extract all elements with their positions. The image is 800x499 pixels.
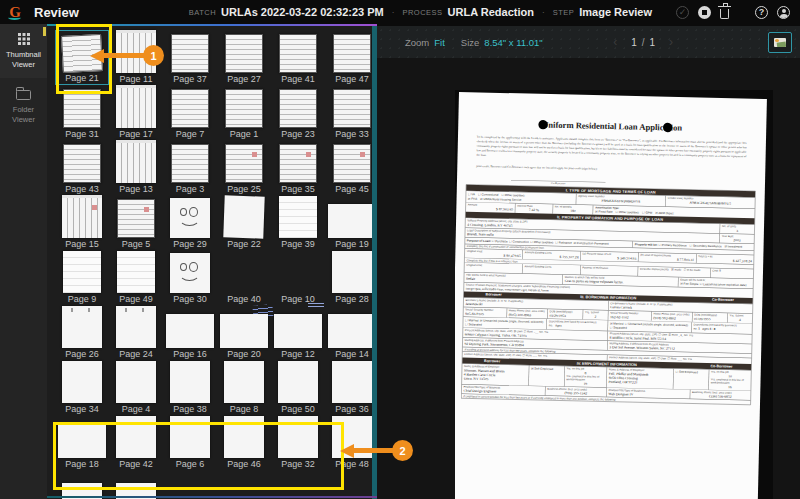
prev-page-icon[interactable]: ‹ xyxy=(613,35,617,49)
page-thumbnail[interactable] xyxy=(328,314,372,348)
thumbnail-cell[interactable]: Page 20 xyxy=(217,305,271,360)
thumbnail-cell[interactable]: Page 1 xyxy=(217,85,271,140)
page-thumbnail[interactable] xyxy=(116,85,156,128)
page-thumbnail[interactable] xyxy=(63,144,101,183)
stop-record-icon[interactable] xyxy=(698,6,711,19)
thumbnail-cell[interactable]: Page 17 xyxy=(109,85,163,140)
thumbnail-cell[interactable]: Page 28 xyxy=(325,250,372,305)
page-thumbnail[interactable] xyxy=(63,89,101,128)
thumbnail-cell[interactable]: Page 27 xyxy=(217,30,271,85)
form-field: No. of Units 3 xyxy=(720,224,755,234)
thumbnail-cell[interactable]: Page 5 xyxy=(109,195,163,250)
page-thumbnail[interactable] xyxy=(333,89,371,128)
thumbnail-cell[interactable]: Page 7 xyxy=(163,85,217,140)
thumbnail-cell[interactable]: Page 41 xyxy=(271,30,325,85)
page-thumbnail[interactable] xyxy=(225,89,263,128)
thumbnail-cell[interactable]: Page 14 xyxy=(325,305,372,360)
thumbnail-cell[interactable]: Page 12 xyxy=(271,305,325,360)
page-thumbnail[interactable] xyxy=(117,199,155,238)
thumbnail-cell[interactable]: Page 15 xyxy=(55,195,109,250)
thumbnail-cell[interactable]: Page 34 xyxy=(55,360,109,415)
thumbnail-cell[interactable]: Page 9 xyxy=(55,250,109,305)
sidebar-item-folder-viewer[interactable]: Folder Viewer xyxy=(0,78,47,133)
user-account-icon[interactable] xyxy=(777,6,790,19)
page-thumbnail[interactable] xyxy=(170,253,210,293)
thumbnail-cell[interactable]: Page 10 xyxy=(271,250,325,305)
field-label: Purpose of Loan: xyxy=(467,239,491,243)
thumbnail-cell[interactable]: Page 22 xyxy=(217,195,271,250)
page-thumbnail[interactable] xyxy=(225,34,263,73)
page-thumbnail[interactable] xyxy=(278,361,318,403)
image-view-toggle-button[interactable] xyxy=(768,32,792,53)
thumbnail-cell[interactable]: Page 47 xyxy=(325,30,372,85)
page-thumbnail-label: Page 9 xyxy=(68,294,97,305)
page-thumbnail[interactable] xyxy=(333,144,371,183)
page-thumbnail[interactable] xyxy=(279,196,317,238)
page-thumbnail[interactable] xyxy=(332,251,372,293)
page-thumbnail[interactable] xyxy=(333,34,371,73)
thumbnail-cell[interactable]: Page 29 xyxy=(163,195,217,250)
thumbnail-cell[interactable]: Page 16 xyxy=(163,305,217,360)
thumbnail-cell[interactable]: Page 39 xyxy=(271,195,325,250)
page-thumbnail[interactable] xyxy=(170,361,210,403)
sidebar-item-thumbnail-viewer[interactable]: Thumbnail Viewer xyxy=(0,24,47,78)
thumbnail-cell[interactable]: Page 19 xyxy=(325,195,372,250)
thumbnail-cell[interactable]: Page 45 xyxy=(325,140,372,195)
zoom-value[interactable]: Fit xyxy=(434,37,445,48)
page-thumbnail[interactable] xyxy=(63,251,101,293)
field-label: Property will be: xyxy=(635,243,658,247)
page-thumbnail[interactable] xyxy=(171,34,209,73)
next-page-icon[interactable]: › xyxy=(669,35,673,49)
page-thumbnail[interactable] xyxy=(225,144,263,183)
thumbnail-cell[interactable]: Page 36 xyxy=(325,360,372,415)
approve-check-icon[interactable]: ✓ xyxy=(676,6,689,19)
grid-icon xyxy=(18,33,30,45)
page-thumbnail[interactable] xyxy=(62,306,102,348)
thumbnail-cell[interactable]: Page 25 xyxy=(217,140,271,195)
thumbnail-cell[interactable]: Page 3 xyxy=(163,140,217,195)
page-thumbnail[interactable] xyxy=(171,89,209,128)
page-thumbnail[interactable] xyxy=(224,361,264,403)
thumbnail-cell[interactable]: Page 33 xyxy=(325,85,372,140)
page-thumbnail[interactable] xyxy=(62,195,102,238)
thumbnail-cell[interactable]: Page 30 xyxy=(163,250,217,305)
page-thumbnail[interactable] xyxy=(274,314,322,348)
thumbnail-cell[interactable]: Page 50 xyxy=(271,360,325,415)
thumbnail-cell[interactable]: Page 38 xyxy=(163,360,217,415)
thumbnail-cell[interactable]: Page 37 xyxy=(163,30,217,85)
page-thumbnail[interactable] xyxy=(328,204,372,238)
zoom-control[interactable]: Zoom Fit xyxy=(405,37,445,48)
thumbnail-cell[interactable]: Page 49 xyxy=(109,250,163,305)
thumbnail-cell[interactable]: Page 35 xyxy=(271,140,325,195)
thumbnail-cell[interactable]: Page 23 xyxy=(271,85,325,140)
page-thumbnail[interactable] xyxy=(279,89,317,128)
panel-divider[interactable] xyxy=(372,26,377,499)
self-employed-option: ☐ Self Employed xyxy=(676,370,707,375)
thumbnail-cell[interactable]: Page 24 xyxy=(109,305,163,360)
page-thumbnail[interactable] xyxy=(279,144,317,183)
thumbnail-cell[interactable]: Page 26 xyxy=(55,305,109,360)
app-logo[interactable]: G xyxy=(0,5,30,19)
page-thumbnail[interactable] xyxy=(117,251,155,293)
document-page[interactable]: Uniform Residential Loan Application To … xyxy=(455,92,767,499)
field-label: Cost: $ xyxy=(712,269,751,273)
page-thumbnail[interactable] xyxy=(223,195,264,238)
thumbnail-cell[interactable]: Page 43 xyxy=(55,140,109,195)
delete-icon[interactable] xyxy=(720,9,729,19)
page-thumbnail[interactable] xyxy=(332,361,372,403)
page-thumbnail[interactable] xyxy=(116,306,156,348)
help-icon[interactable]: ? xyxy=(755,6,768,19)
page-thumbnail[interactable] xyxy=(116,361,156,403)
page-thumbnail[interactable] xyxy=(279,34,317,73)
page-thumbnail[interactable] xyxy=(62,361,102,403)
page-thumbnail[interactable] xyxy=(170,198,210,238)
thumbnail-cell[interactable]: Page 13 xyxy=(109,140,163,195)
thumbnail-cell[interactable]: Page 4 xyxy=(109,360,163,415)
page-thumbnail[interactable] xyxy=(220,314,268,348)
thumbnail-cell[interactable]: Page 40 xyxy=(217,250,271,305)
preview-canvas[interactable]: Uniform Residential Loan Application To … xyxy=(377,58,800,499)
thumbnail-cell[interactable]: Page 8 xyxy=(217,360,271,415)
page-thumbnail[interactable] xyxy=(166,314,214,348)
page-thumbnail[interactable] xyxy=(116,140,156,183)
page-thumbnail[interactable] xyxy=(171,144,209,183)
